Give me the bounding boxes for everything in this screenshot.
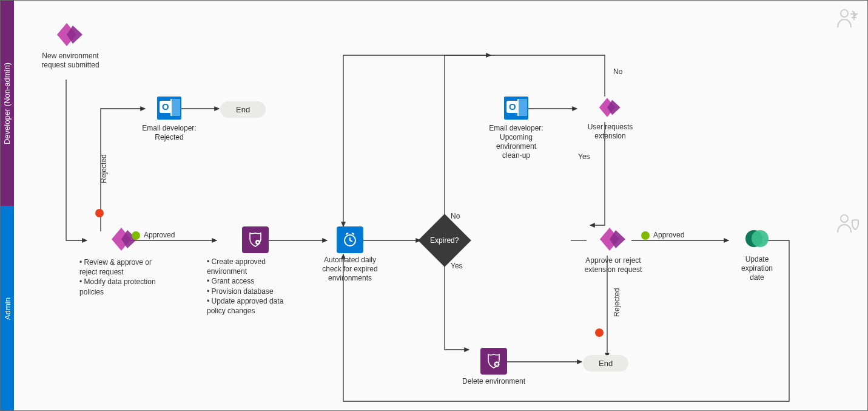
- status-dot-rejected-ext: [595, 328, 604, 337]
- lane-label-admin: Admin: [1, 206, 14, 411]
- shield-delete-icon: [480, 348, 507, 375]
- node-email-rejected: Email developer:Rejected: [133, 97, 206, 142]
- status-dot-approved-ext: [641, 231, 650, 240]
- node-approve-extension: Approve or rejectextension request: [577, 226, 650, 274]
- node-new-request: New environmentrequest submitted: [37, 22, 104, 70]
- svg-point-0: [841, 10, 848, 17]
- dataverse-icon: [743, 226, 771, 251]
- flowchart-canvas: Developer (Non-admin) Admin: [0, 0, 868, 411]
- node-daily-check: Automated dailycheck for expiredenvironm…: [314, 226, 386, 283]
- svg-point-1: [841, 215, 848, 222]
- developer-role-icon: [836, 8, 860, 29]
- svg-point-3: [257, 242, 259, 243]
- status-dot-rejected: [95, 209, 104, 217]
- powerapps-icon: [599, 226, 628, 252]
- outlook-icon: [504, 97, 528, 120]
- clock-icon: [337, 226, 363, 253]
- node-end-2: End: [583, 355, 628, 372]
- edge-label-rejected-ext: Rejected: [613, 288, 621, 316]
- edge-label-no-expired: No: [451, 212, 460, 220]
- node-expired-decision: Expired?: [425, 222, 464, 259]
- powerapps-icon: [598, 97, 622, 118]
- node-create-environment: Create approved environment Grant access…: [207, 226, 304, 316]
- edge-label-approved-ext: Approved: [653, 231, 684, 239]
- node-end-1: End: [220, 101, 266, 118]
- powerapps-icon: [56, 22, 85, 47]
- admin-role-icon: [836, 213, 860, 234]
- node-user-requests-extension: User requestsextension: [577, 97, 644, 141]
- edge-label-yes-extension: Yes: [578, 152, 590, 161]
- svg-point-6: [752, 230, 769, 247]
- node-delete-environment: Delete environment: [454, 348, 533, 386]
- outlook-icon: [157, 97, 181, 120]
- lane-label-developer: Developer (Non-admin): [1, 1, 14, 206]
- edge-label-rejected: Rejected: [99, 154, 108, 183]
- edge-label-no-extension: No: [613, 67, 622, 76]
- edge-label-yes-expired: Yes: [451, 262, 463, 270]
- node-update-expiration: Updateexpirationdate: [724, 226, 790, 282]
- status-dot-approved: [132, 231, 140, 240]
- node-email-cleanup: Email developer:Upcomingenvironmentclean…: [480, 97, 553, 160]
- shield-gear-icon: [242, 226, 269, 253]
- edge-label-approved: Approved: [144, 231, 175, 239]
